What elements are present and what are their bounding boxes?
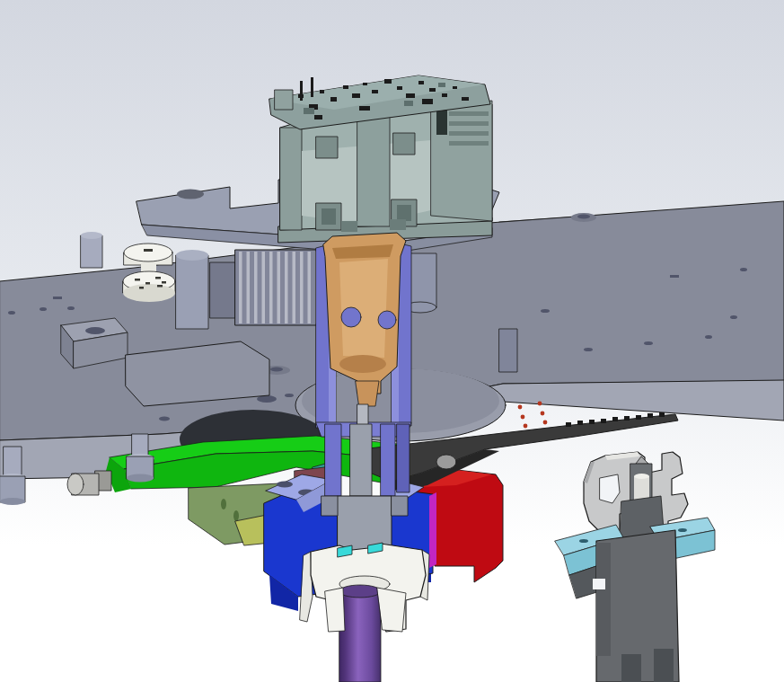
upper-plate-hole xyxy=(177,190,204,199)
purple-tube[interactable] xyxy=(339,585,381,682)
spindle-sleeve-lower[interactable] xyxy=(325,424,410,496)
dowel-pin-cap xyxy=(67,474,84,495)
lamination-back-block xyxy=(210,262,235,318)
probe-body-notch xyxy=(593,579,605,589)
spool-slot xyxy=(144,249,153,252)
sage-slot xyxy=(233,510,239,521)
sleeve-lower-outer-right xyxy=(397,424,410,492)
sleeve-lower-right xyxy=(381,424,395,496)
standoff-stub-left xyxy=(81,235,102,268)
magenta-strip xyxy=(429,492,436,568)
copper-stem xyxy=(356,381,379,406)
probe-body-recess xyxy=(654,649,674,682)
shaft-shoulder-left xyxy=(322,496,338,516)
blade-pivot-hole xyxy=(436,455,456,469)
sage-slot xyxy=(221,499,226,509)
motor-hub xyxy=(357,115,390,226)
cad-viewport xyxy=(0,0,784,682)
copper-bore xyxy=(339,355,386,373)
tube-top-opening xyxy=(339,585,381,598)
cyan-plate-hole xyxy=(678,528,687,532)
assembly-section-view xyxy=(0,0,784,682)
detent-ball-left xyxy=(341,307,361,327)
clamp-finger-left xyxy=(325,588,345,632)
motor-left-wall xyxy=(280,128,302,230)
probe-body-left-column xyxy=(596,543,611,656)
shaft-shoulder-right xyxy=(392,496,408,516)
probe-body-recess xyxy=(621,654,641,682)
motor-assembly[interactable] xyxy=(269,75,492,243)
plate-pocket-step xyxy=(499,329,517,372)
cyan-plate-hole xyxy=(579,539,588,543)
lavender-hole xyxy=(277,482,293,488)
tab-hole xyxy=(85,327,105,334)
motor-left-ear xyxy=(275,90,293,110)
sleeve-lower-left xyxy=(325,424,341,496)
standoff-post-left xyxy=(176,255,208,329)
detent-ball-right xyxy=(378,311,396,329)
shaft-block xyxy=(338,496,392,552)
center-pin xyxy=(357,404,368,426)
shaft-mid-column xyxy=(350,424,372,496)
tube-body xyxy=(339,589,381,682)
